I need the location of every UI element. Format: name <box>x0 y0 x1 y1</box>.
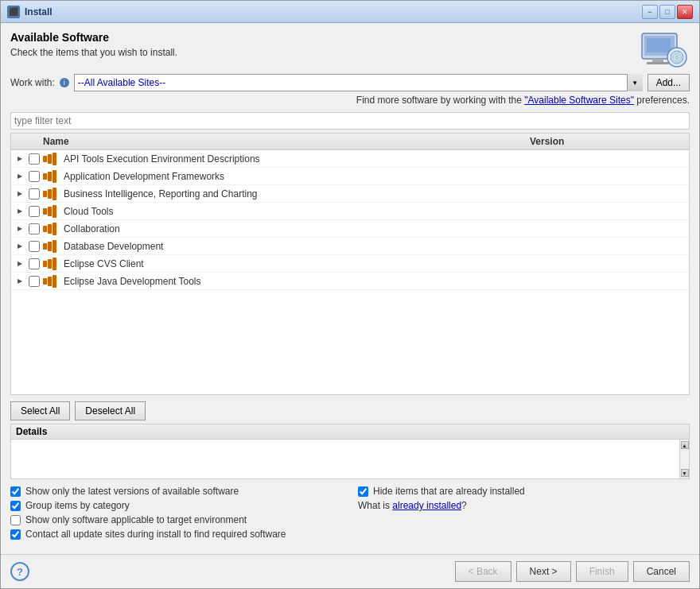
details-section: Details ▲ ▼ <box>10 424 690 479</box>
row-checkbox[interactable] <box>29 153 40 165</box>
header-area: Available Software Check the items that … <box>10 31 690 69</box>
info-icon[interactable]: i <box>60 78 69 87</box>
right-option-row-2: What is already installed? <box>358 500 690 511</box>
site-select[interactable]: --All Available Sites-- <box>74 74 643 91</box>
expand-icon[interactable]: ▶ <box>14 153 25 165</box>
right-option-row-1: Hide items that are already installed <box>358 486 690 497</box>
row-package-icon <box>43 205 60 218</box>
opt3-checkbox[interactable] <box>10 515 21 525</box>
opt4-label: Contact all update sites during install … <box>25 529 286 540</box>
minimize-button[interactable]: − <box>642 5 658 19</box>
row-name: Eclipse Java Development Tools <box>64 276 530 287</box>
available-software-sites-link[interactable]: "Available Software Sites" <box>524 95 634 106</box>
opt3-label: Show only software applicable to target … <box>25 514 247 525</box>
opt1-checkbox[interactable] <box>10 486 21 497</box>
install-icon: 💿 <box>639 31 690 69</box>
opt1-label: Show only the latest versions of availab… <box>25 486 239 497</box>
software-table: Name Version ▶ API Tools Execution Envir… <box>10 133 690 395</box>
row-checkbox[interactable] <box>29 171 40 182</box>
ropt1-label: Hide items that are already installed <box>373 486 525 497</box>
row-checkbox[interactable] <box>29 206 40 217</box>
find-more-suffix: preferences. <box>636 95 690 106</box>
details-header: Details <box>11 424 689 440</box>
back-button[interactable]: < Back <box>455 561 511 582</box>
details-content <box>11 440 679 479</box>
find-more-row: Find more software by working with the "… <box>10 95 690 106</box>
window-title: Install <box>25 6 642 17</box>
option-row-3: Show only software applicable to target … <box>10 514 342 525</box>
expand-icon[interactable]: ▶ <box>14 223 25 234</box>
work-with-label: Work with: <box>10 77 55 88</box>
next-button[interactable]: Next > <box>516 561 571 582</box>
row-name: Collaboration <box>64 223 530 234</box>
maximize-button[interactable]: □ <box>659 5 675 19</box>
deselect-all-button[interactable]: Deselect All <box>75 401 146 420</box>
svg-text:💿: 💿 <box>672 52 682 63</box>
site-select-wrapper: --All Available Sites-- ▼ <box>74 74 643 91</box>
help-button[interactable]: ? <box>10 562 29 581</box>
add-button[interactable]: Add... <box>648 74 690 91</box>
row-checkbox[interactable] <box>29 241 40 252</box>
expand-icon[interactable]: ▶ <box>14 258 25 269</box>
details-body: ▲ ▼ <box>11 440 689 479</box>
col-version-header: Version <box>530 136 689 147</box>
table-row: ▶ Eclipse CVS Client <box>11 255 689 273</box>
row-name: Cloud Tools <box>64 206 530 217</box>
right-options: Hide items that are already installed Wh… <box>358 486 690 540</box>
footer: ? < Back Next > Finish Cancel <box>1 554 699 588</box>
row-checkbox[interactable] <box>29 258 40 269</box>
already-installed-link[interactable]: already installed <box>392 500 461 511</box>
install-window: ⬛ Install − □ ✕ Available Software Check… <box>0 0 700 589</box>
expand-icon[interactable]: ▶ <box>14 206 25 217</box>
finish-button[interactable]: Finish <box>576 561 628 582</box>
row-name: Database Development <box>64 241 530 252</box>
ropt2-prefix: What is already installed? <box>358 500 467 511</box>
main-content: Available Software Check the items that … <box>1 23 699 554</box>
expand-icon[interactable]: ▶ <box>14 171 25 182</box>
row-package-icon <box>43 258 60 270</box>
table-row: ▶ Application Development Frameworks <box>11 168 689 185</box>
row-package-icon <box>43 275 60 288</box>
scroll-down-icon[interactable]: ▼ <box>681 469 689 477</box>
table-row: ▶ Eclipse Java Development Tools <box>11 273 689 290</box>
scroll-up-icon[interactable]: ▲ <box>681 441 689 449</box>
row-checkbox[interactable] <box>29 276 40 287</box>
option-row-4: Contact all update sites during install … <box>10 529 342 540</box>
table-row: ▶ Business Intelligence, Reporting and C… <box>11 185 689 203</box>
title-bar: ⬛ Install − □ ✕ <box>1 1 699 23</box>
expand-icon[interactable]: ▶ <box>14 241 25 252</box>
row-name: Application Development Frameworks <box>64 171 530 182</box>
row-checkbox[interactable] <box>29 223 40 234</box>
options-section: Show only the latest versions of availab… <box>10 486 690 540</box>
opt4-checkbox[interactable] <box>10 529 21 540</box>
table-row: ▶ Database Development <box>11 238 689 255</box>
options-grid: Show only the latest versions of availab… <box>10 486 690 540</box>
details-scrollbar: ▲ ▼ <box>679 440 689 479</box>
opt2-label: Group items by category <box>25 500 130 511</box>
title-controls: − □ ✕ <box>642 5 693 19</box>
ropt1-checkbox[interactable] <box>358 486 368 497</box>
row-name: API Tools Execution Environment Descript… <box>64 153 530 165</box>
row-package-icon <box>43 223 60 235</box>
work-with-row: Work with: i --All Available Sites-- ▼ A… <box>10 74 690 91</box>
row-package-icon <box>43 240 60 253</box>
select-all-button[interactable]: Select All <box>10 401 70 420</box>
row-package-icon <box>43 188 60 200</box>
filter-input[interactable] <box>10 112 690 130</box>
window-icon: ⬛ <box>7 6 20 18</box>
expand-icon[interactable]: ▶ <box>14 276 25 287</box>
header-text: Available Software Check the items that … <box>10 31 631 66</box>
option-row-1: Show only the latest versions of availab… <box>10 486 342 497</box>
left-options: Show only the latest versions of availab… <box>10 486 342 540</box>
col-name-header: Name <box>11 136 530 147</box>
close-button[interactable]: ✕ <box>677 5 693 19</box>
row-name: Eclipse CVS Client <box>64 258 530 269</box>
expand-icon[interactable]: ▶ <box>14 188 25 200</box>
table-header: Name Version <box>11 134 689 150</box>
row-checkbox[interactable] <box>29 188 40 200</box>
svg-rect-2 <box>647 38 671 52</box>
option-row-2: Group items by category <box>10 500 342 511</box>
opt2-checkbox[interactable] <box>10 501 21 511</box>
footer-buttons: < Back Next > Finish Cancel <box>455 561 690 582</box>
cancel-button[interactable]: Cancel <box>633 561 690 582</box>
